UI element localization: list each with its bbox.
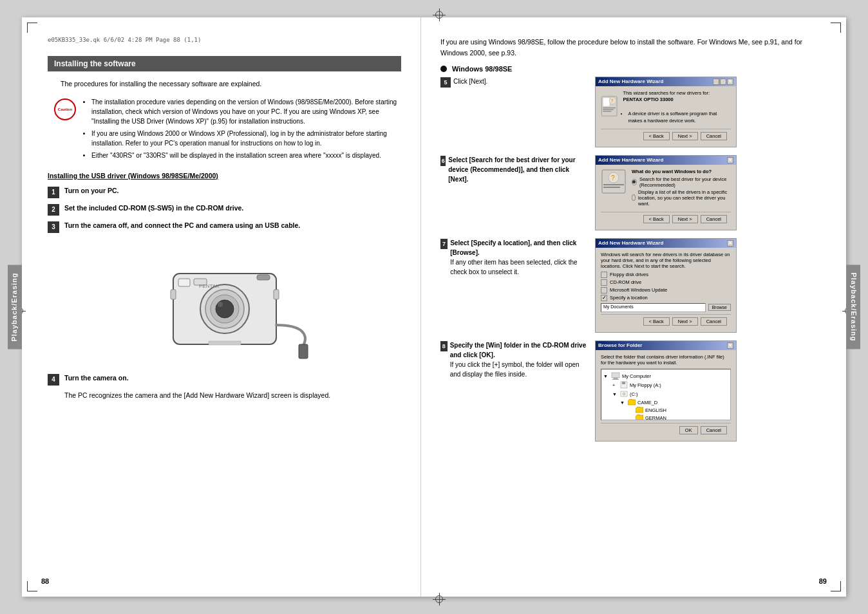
svg-rect-26	[612, 373, 619, 378]
checkbox-specify: ✓ Specify a location	[601, 295, 731, 301]
dialog-6-icon-row: ? What do you want Windows to do? Search…	[601, 169, 731, 208]
dialog-8-footer: OK Cancel	[601, 423, 731, 437]
caution-item-2: If you are using Windows 2000 or Windows…	[91, 129, 401, 148]
step-5-row: 5 Click [Next]. Add New Hardware Wizard …	[440, 77, 820, 147]
svg-rect-27	[614, 378, 618, 379]
step-8-text: Specify the [Win] folder in the CD-ROM d…	[450, 340, 589, 379]
right-page: If you are using Windows 98/98SE, follow…	[421, 17, 846, 597]
dialog-6-footer: < Back Next > Cancel	[601, 212, 731, 226]
location-input[interactable]: My Documents	[601, 303, 706, 312]
cancel-btn-5[interactable]: Cancel	[701, 132, 727, 140]
dialog-8-title: Browse for Folder ✕	[596, 341, 736, 350]
tree-english[interactable]: ENGLISH	[603, 406, 728, 414]
corner-mark-br	[831, 581, 841, 591]
checkbox-floppy-box[interactable]	[601, 272, 607, 278]
right-intro: If you are using Windows 98/98SE, follow…	[440, 37, 820, 59]
back-btn-7[interactable]: < Back	[643, 317, 670, 326]
close-btn[interactable]: ✕	[727, 79, 733, 85]
close-btn-8[interactable]: ✕	[727, 342, 733, 349]
dialog-5-footer: < Back Next > Cancel	[601, 129, 731, 143]
cancel-btn-8[interactable]: Cancel	[701, 426, 727, 434]
svg-rect-10	[171, 290, 176, 299]
svg-rect-15	[603, 97, 610, 106]
dialog-7-body: Windows will search for new drivers in i…	[596, 248, 736, 332]
svg-rect-24	[603, 184, 624, 185]
step-1: 1 Turn on your PC.	[48, 186, 401, 198]
step-5-num: 5	[440, 77, 451, 88]
dialog-5-text: This wizard searches for new drivers for…	[623, 90, 731, 125]
camera-svg: PENTAX	[135, 241, 315, 364]
caution-list: The installation procedure varies depend…	[82, 97, 401, 160]
svg-text:?: ?	[611, 174, 615, 181]
tree-english-label: ENGLISH	[645, 407, 666, 413]
corner-mark-bl	[27, 581, 37, 591]
tree-german[interactable]: GERMAN	[603, 414, 728, 420]
expand-floppy: +	[612, 383, 619, 387]
maximize-btn[interactable]: □	[720, 79, 726, 85]
step-3: 3 Turn the camera off, and connect the P…	[48, 221, 401, 233]
step-7-text: Select [Specify a location], and then cl…	[450, 238, 589, 277]
dialog-7-title: Add New Hardware Wizard ✕	[596, 239, 736, 248]
step-8-left: 8 Specify the [Win] folder in the CD-ROM…	[440, 340, 595, 383]
cancel-btn-7[interactable]: Cancel	[701, 317, 727, 326]
tree-mycomputer[interactable]: ▼ My Computer	[603, 371, 728, 380]
tree-cdrive[interactable]: ▼ (C:)	[603, 389, 728, 398]
radio-search-dot[interactable]	[632, 179, 637, 185]
page-number-left: 88	[41, 577, 49, 585]
tree-floppy-label: My Floppy (A:)	[630, 382, 661, 388]
dialog-8: Browse for Folder ✕ Select the folder th…	[595, 340, 737, 442]
checkbox-msupdate-box[interactable]	[601, 287, 607, 293]
dialog-5-body: ? This wizard searches for new drivers f…	[596, 86, 736, 147]
tree-mycomputer-label: My Computer	[622, 373, 651, 379]
radio-list-dot[interactable]	[632, 194, 636, 201]
dialog-7: Add New Hardware Wizard ✕ Windows will s…	[595, 238, 737, 333]
step-4-row: 4 Turn the camera on.	[48, 373, 401, 386]
folder-tree: ▼ My Computer +	[601, 369, 731, 420]
step-6-row: 6 Select [Search for the best driver for…	[440, 155, 820, 230]
checkbox-floppy: Floppy disk drives	[601, 272, 731, 278]
tree-camed[interactable]: ▼ CAME_D	[603, 398, 728, 406]
caution-box: Caution The installation procedure varie…	[54, 97, 401, 163]
tree-floppy[interactable]: + My Floppy (A:)	[603, 380, 728, 389]
step-5-text: Click [Next].	[453, 77, 487, 88]
step-7-inline: 7 Select [Specify a location], and then …	[440, 238, 589, 277]
checkbox-cdrom-label: CD-ROM drive	[610, 279, 641, 285]
cancel-btn-6[interactable]: Cancel	[701, 215, 727, 223]
back-btn-6[interactable]: < Back	[643, 215, 670, 223]
next-btn-5[interactable]: Next >	[672, 132, 698, 140]
dialog-5-bullet: A device driver is a software program th…	[628, 110, 731, 125]
next-btn-6[interactable]: Next >	[672, 215, 698, 223]
windows-bullet: Windows 98/98SE	[440, 65, 820, 73]
step-7-dialog: Add New Hardware Wizard ✕ Windows will s…	[595, 238, 820, 333]
dialog-6: Add New Hardware Wizard ✕ ?	[595, 155, 737, 230]
dialog-6-title: Add New Hardware Wizard ✕	[596, 156, 736, 165]
caution-item-3: Either "430RS" or "330RS" will be displa…	[91, 151, 401, 160]
usb-section-header: Installing the USB driver (Windows 98/98…	[48, 172, 401, 180]
folder-camed-icon	[628, 399, 636, 405]
checkbox-msupdate-label: Microsoft Windows Update	[610, 287, 667, 293]
browse-button-7[interactable]: Browse	[708, 304, 731, 311]
svg-text:PENTAX: PENTAX	[199, 283, 220, 289]
checkbox-specify-box[interactable]: ✓	[601, 295, 607, 301]
ok-btn-8[interactable]: OK	[679, 426, 698, 434]
svg-point-5	[218, 302, 223, 307]
next-btn-7[interactable]: Next >	[672, 317, 698, 326]
svg-rect-28	[612, 379, 619, 380]
close-btn-6[interactable]: ✕	[727, 157, 733, 163]
bullet-icon	[440, 66, 447, 72]
step-5-dialog: Add New Hardware Wizard _ □ ✕	[595, 77, 820, 147]
step-8-num: 8	[440, 341, 448, 351]
drive-icon	[620, 390, 628, 398]
back-btn-5[interactable]: < Back	[643, 132, 670, 140]
dialog-5-title-text: Add New Hardware Wizard	[598, 79, 663, 84]
dialog-7-desc: Windows will search for new drivers in i…	[601, 252, 731, 269]
folder-german-icon	[636, 414, 643, 420]
expand-mycomputer: ▼	[603, 374, 610, 378]
svg-text:?: ?	[611, 98, 614, 103]
close-btn-7[interactable]: ✕	[727, 240, 733, 247]
checkbox-cdrom-box[interactable]	[601, 279, 607, 286]
svg-rect-8	[257, 275, 270, 280]
tree-cdrive-label: (C:)	[630, 391, 638, 397]
step-8-dialog: Browse for Folder ✕ Select the folder th…	[595, 340, 820, 442]
minimize-btn[interactable]: _	[713, 79, 719, 85]
